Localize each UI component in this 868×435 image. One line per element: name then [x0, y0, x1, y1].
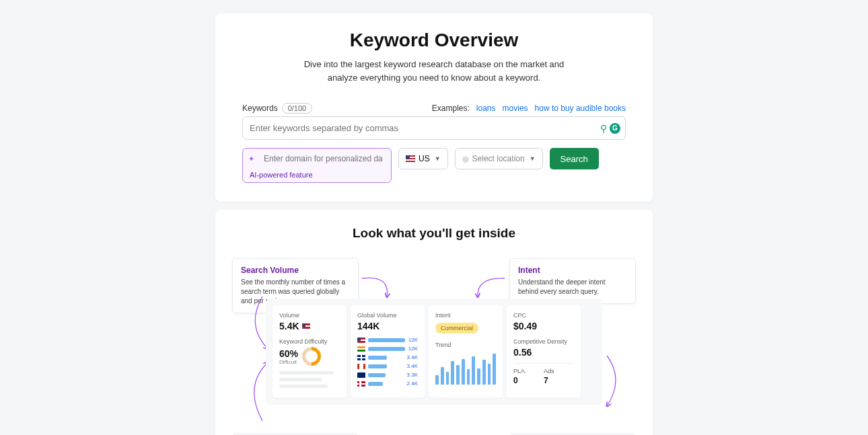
page-subtitle: Dive into the largest keyword research d…	[293, 58, 575, 84]
gv-bar	[368, 364, 387, 368]
trend-bar	[456, 365, 460, 385]
intent-chip: Commercial	[435, 323, 478, 333]
examples-label: Examples:	[432, 104, 470, 113]
trend-bar	[462, 359, 465, 385]
page-title: Keyword Overview	[242, 30, 626, 51]
example-link[interactable]: how to buy audible books	[535, 104, 626, 113]
flag-icon	[357, 372, 365, 378]
domain-box: ✦ AI-powered feature	[242, 148, 392, 183]
flag-icon	[357, 355, 365, 360]
search-button[interactable]: Search	[550, 148, 599, 169]
input-icons: ⚲ G	[600, 123, 620, 134]
flag-icon	[357, 338, 365, 343]
keyword-input[interactable]	[242, 116, 626, 140]
trend-bar	[472, 356, 475, 385]
trend-bar	[488, 364, 491, 385]
target-icon: ◎	[462, 155, 469, 163]
location-pin-icon[interactable]: ⚲	[600, 123, 607, 134]
trend-bar	[435, 375, 439, 385]
keyword-toprow: Keywords 0/100 Examples: loans movies ho…	[242, 103, 626, 114]
preview-heading: Look what you'll get inside	[236, 226, 632, 241]
trend-bar	[493, 354, 496, 385]
kd-percent: 60%	[279, 348, 298, 359]
gv-row: 3.4K	[357, 363, 418, 369]
kd-label: Keyword Difficulty	[279, 338, 340, 345]
callout-body: Understand the deeper intent behind ever…	[518, 278, 627, 296]
chevron-down-icon: ▼	[530, 155, 536, 162]
trend-bar	[482, 360, 486, 385]
dashboard-preview: Volume 5.4K Keyword Difficulty 60% Diffi…	[266, 299, 602, 405]
donut-chart-icon	[298, 343, 325, 370]
ads-label: Ads	[544, 368, 574, 374]
trend-bar	[446, 372, 449, 385]
gv-bar	[368, 373, 386, 377]
ai-feature-caption: AI-powered feature	[243, 169, 391, 182]
us-flag-icon	[302, 323, 310, 329]
gv-label: Global Volume	[357, 312, 418, 319]
trend-bar	[451, 361, 454, 385]
preview-arena: Search Volume See the monthly number of …	[236, 258, 632, 435]
cpc-label: CPC	[513, 312, 574, 319]
gv-bar	[368, 347, 405, 351]
flag-icon	[357, 364, 365, 369]
pla-label: PLA	[513, 368, 544, 374]
examples-row: Examples: loans movies how to buy audibl…	[432, 104, 626, 113]
metric-global-volume: Global Volume 144K 12K12K3.4K3.4K3.3K2.4…	[351, 305, 425, 398]
gv-row: 2.4K	[357, 381, 418, 387]
intent-label: Intent	[435, 312, 496, 319]
cd-label: Competitive Density	[513, 338, 574, 345]
trend-bar	[477, 368, 480, 385]
country-code: US	[419, 154, 430, 163]
trend-bar	[441, 367, 444, 385]
location-placeholder: Select location	[472, 154, 525, 163]
country-select[interactable]: US ▼	[398, 148, 448, 169]
gv-row: 3.4K	[357, 354, 418, 360]
callout-title: Search Volume	[241, 266, 350, 275]
placeholder-line	[279, 371, 334, 374]
cd-value: 0.56	[513, 347, 574, 358]
example-link[interactable]: loans	[476, 104, 496, 113]
keywords-count-chip: 0/100	[282, 103, 313, 114]
ads-value: 7	[544, 376, 574, 385]
volume-value: 5.4K	[279, 321, 299, 331]
example-link[interactable]: movies	[503, 104, 528, 113]
gv-row: 12K	[357, 337, 418, 343]
gv-row: 12K	[357, 346, 418, 352]
gv-row-value: 12K	[408, 346, 418, 352]
metric-volume: Volume 5.4K Keyword Difficulty 60% Diffi…	[273, 305, 347, 398]
kd-difficulty: Difficult	[279, 359, 298, 365]
keyword-input-wrap: ⚲ G	[242, 116, 626, 140]
callout-intent: Intent Understand the deeper intent behi…	[509, 258, 636, 304]
trend-bar	[467, 369, 470, 385]
gv-row-value: 3.3K	[407, 372, 418, 378]
us-flag-icon	[406, 155, 415, 162]
flag-icon	[357, 381, 365, 387]
gv-country-list: 12K12K3.4K3.4K3.3K2.4K	[357, 337, 418, 387]
gv-row-value: 12K	[408, 337, 418, 343]
volume-label: Volume	[279, 312, 340, 319]
keywords-label: Keywords	[242, 104, 278, 113]
hero-card: Keyword Overview Dive into the largest k…	[215, 13, 653, 202]
trend-chart	[435, 352, 496, 385]
metric-cpc: CPC $0.49 Competitive Density 0.56 PLA 0…	[507, 305, 581, 398]
gv-row-value: 2.4K	[407, 381, 418, 387]
gv-value: 144K	[357, 321, 418, 331]
gv-row-value: 3.4K	[407, 363, 418, 369]
metric-intent-trend: Intent Commercial Trend	[429, 305, 503, 398]
domain-input[interactable]	[257, 149, 390, 169]
placeholder-line	[279, 378, 322, 381]
flag-icon	[357, 346, 365, 352]
callout-title: Intent	[518, 266, 627, 275]
preview-card: Look what you'll get inside Search Volum…	[215, 210, 653, 435]
pla-value: 0	[513, 376, 544, 385]
gv-bar	[368, 338, 405, 342]
cpc-value: $0.49	[513, 321, 574, 331]
sparkle-icon: ✦	[248, 155, 254, 163]
controls-row: ✦ AI-powered feature US ▼ ◎ Select locat…	[242, 148, 626, 183]
gv-bar	[368, 356, 387, 360]
gv-bar	[368, 382, 383, 386]
grammarly-icon[interactable]: G	[610, 123, 620, 134]
gv-row: 3.3K	[357, 372, 418, 378]
trend-label: Trend	[435, 342, 496, 348]
location-select[interactable]: ◎ Select location ▼	[455, 148, 543, 169]
